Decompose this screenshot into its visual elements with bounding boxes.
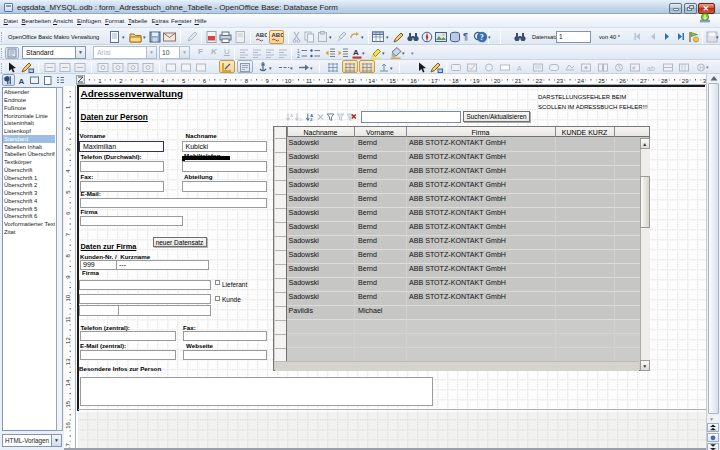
svg-text:14: 14 — [65, 379, 71, 386]
svg-text:13: 13 — [347, 78, 354, 84]
svg-text:25: 25 — [598, 78, 605, 84]
svg-text:28: 28 — [661, 78, 668, 84]
svg-text:16: 16 — [65, 421, 71, 428]
svg-text:24: 24 — [577, 78, 584, 84]
svg-text:4: 4 — [161, 78, 165, 84]
svg-text:19: 19 — [473, 78, 480, 84]
svg-text:2: 2 — [310, 117, 313, 122]
svg-text:12: 12 — [65, 337, 71, 344]
svg-text:17: 17 — [431, 78, 438, 84]
svg-text:9: 9 — [266, 78, 270, 84]
svg-text:A: A — [290, 113, 293, 118]
svg-text:15: 15 — [389, 78, 396, 84]
svg-text:6: 6 — [65, 211, 71, 215]
svg-text:22: 22 — [536, 78, 543, 84]
svg-text:3: 3 — [140, 78, 144, 84]
svg-text:15: 15 — [65, 400, 71, 407]
svg-text:1: 1 — [98, 78, 102, 84]
svg-text:23: 23 — [556, 78, 563, 84]
svg-text:8: 8 — [245, 78, 249, 84]
svg-text:3: 3 — [65, 147, 71, 151]
svg-text:9: 9 — [65, 275, 71, 279]
svg-text:14: 14 — [368, 78, 375, 84]
svg-text:21: 21 — [515, 78, 522, 84]
svg-text:11: 11 — [306, 78, 313, 84]
svg-text:Z: Z — [299, 117, 302, 122]
svg-text:1: 1 — [65, 105, 71, 109]
svg-text:13: 13 — [65, 358, 71, 365]
svg-text:7: 7 — [65, 232, 71, 236]
svg-text:18: 18 — [452, 78, 459, 84]
svg-text:29: 29 — [682, 78, 689, 84]
svg-text:11: 11 — [65, 316, 71, 323]
svg-text:8: 8 — [65, 253, 71, 257]
svg-text:5: 5 — [65, 190, 71, 194]
svg-text:10: 10 — [65, 294, 71, 301]
svg-text:7: 7 — [224, 78, 228, 84]
svg-text:6: 6 — [203, 78, 207, 84]
svg-text:16: 16 — [410, 78, 417, 84]
svg-text:2: 2 — [119, 78, 123, 84]
svg-text:12: 12 — [327, 78, 334, 84]
svg-text:26: 26 — [619, 78, 626, 84]
svg-text:2: 2 — [65, 126, 71, 130]
svg-text:10: 10 — [285, 78, 292, 84]
svg-text:20: 20 — [494, 78, 501, 84]
svg-text:5: 5 — [182, 78, 186, 84]
svg-text:4: 4 — [65, 169, 71, 173]
svg-text:27: 27 — [640, 78, 647, 84]
